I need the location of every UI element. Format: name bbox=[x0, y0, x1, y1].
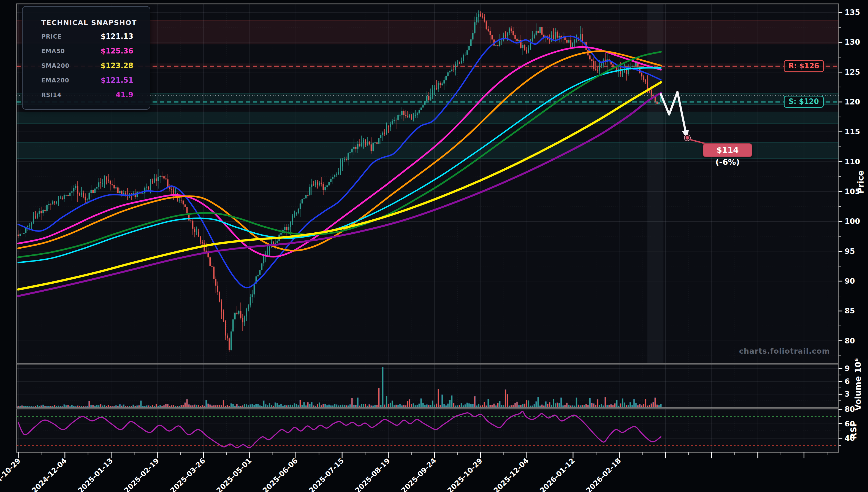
svg-text:2025-05-01: 2025-05-01 bbox=[215, 457, 253, 492]
svg-text:120: 120 bbox=[845, 98, 860, 106]
svg-text:95: 95 bbox=[845, 247, 855, 255]
svg-text:2025-03-26: 2025-03-26 bbox=[168, 457, 207, 492]
svg-text:80: 80 bbox=[845, 337, 855, 345]
legend-row-label: SMA200 bbox=[41, 63, 70, 69]
legend-row-value: $123.28 bbox=[101, 62, 133, 70]
support-zone bbox=[17, 112, 839, 124]
date-axis-ticks: 2024-10-292024-12-042025-01-132025-02-19… bbox=[0, 452, 827, 492]
target-dot bbox=[684, 135, 690, 141]
legend-row-value: $125.36 bbox=[101, 47, 133, 55]
legend-row-label: EMA50 bbox=[41, 48, 65, 55]
legend-row-label: PRICE bbox=[41, 33, 62, 40]
watermark: charts.foliotrail.com bbox=[655, 347, 830, 355]
svg-text:130: 130 bbox=[845, 38, 860, 46]
volume-panel bbox=[17, 364, 839, 408]
legend-row-price: PRICE $121.13 bbox=[23, 29, 150, 44]
legend-row-sma200: SMA200 $123.28 bbox=[23, 59, 150, 73]
legend-row-value: $121.51 bbox=[101, 76, 133, 84]
svg-text:3: 3 bbox=[845, 390, 850, 398]
technical-snapshot-panel: TECHNICAL SNAPSHOT PRICE $121.13EMA50 $1… bbox=[22, 6, 150, 110]
svg-text:2025-07-15: 2025-07-15 bbox=[307, 457, 346, 492]
svg-text:2024-10-29: 2024-10-29 bbox=[0, 457, 22, 492]
svg-text:2025-08-19: 2025-08-19 bbox=[353, 457, 392, 492]
svg-text:135: 135 bbox=[845, 8, 860, 17]
svg-text:125: 125 bbox=[845, 68, 860, 76]
svg-text:100: 100 bbox=[845, 217, 860, 225]
legend-row-rsi14: RSI14 41.9 bbox=[23, 88, 150, 102]
svg-text:2025-06-06: 2025-06-06 bbox=[261, 457, 299, 492]
volume-axis-title: Volume 10⁶ bbox=[853, 353, 863, 416]
legend-row-value: 41.9 bbox=[116, 91, 133, 99]
legend-row-value: $121.13 bbox=[101, 32, 133, 41]
legend-row-label: EMA200 bbox=[41, 77, 69, 84]
legend-row-label: RSI14 bbox=[41, 92, 61, 98]
rsi-axis-title: RSI bbox=[849, 418, 858, 445]
chart-page: 1351301251201151101051009590858096380604… bbox=[0, 0, 868, 492]
svg-text:90: 90 bbox=[845, 277, 855, 285]
svg-text:2025-01-13: 2025-01-13 bbox=[76, 457, 114, 492]
svg-text:2025-02-19: 2025-02-19 bbox=[123, 457, 161, 492]
price-target-callout: $114 (-6%) bbox=[703, 143, 752, 157]
svg-text:2026-01-12: 2026-01-12 bbox=[538, 457, 576, 492]
support-level-tag: S: $120 bbox=[784, 96, 824, 108]
svg-text:2025-09-24: 2025-09-24 bbox=[400, 457, 438, 492]
svg-text:6: 6 bbox=[845, 377, 850, 386]
legend-row-ema50: EMA50 $125.36 bbox=[23, 44, 150, 59]
svg-text:115: 115 bbox=[845, 127, 860, 136]
legend-title: TECHNICAL SNAPSHOT bbox=[41, 19, 150, 27]
svg-text:2024-12-04: 2024-12-04 bbox=[30, 457, 68, 492]
price-axis-title: Price bbox=[856, 149, 866, 215]
svg-text:2025-10-29: 2025-10-29 bbox=[446, 457, 484, 492]
legend-row-ema200: EMA200 $121.51 bbox=[23, 73, 150, 88]
svg-text:2026-02-18: 2026-02-18 bbox=[584, 457, 623, 492]
svg-text:85: 85 bbox=[845, 306, 855, 315]
svg-text:9: 9 bbox=[845, 364, 850, 373]
resistance-level-tag: R: $126 bbox=[784, 60, 824, 72]
svg-text:2025-12-04: 2025-12-04 bbox=[492, 457, 530, 492]
recent-highlight-band bbox=[648, 4, 663, 363]
legend-rows: PRICE $121.13EMA50 $125.36SMA200 $123.28… bbox=[23, 29, 150, 102]
